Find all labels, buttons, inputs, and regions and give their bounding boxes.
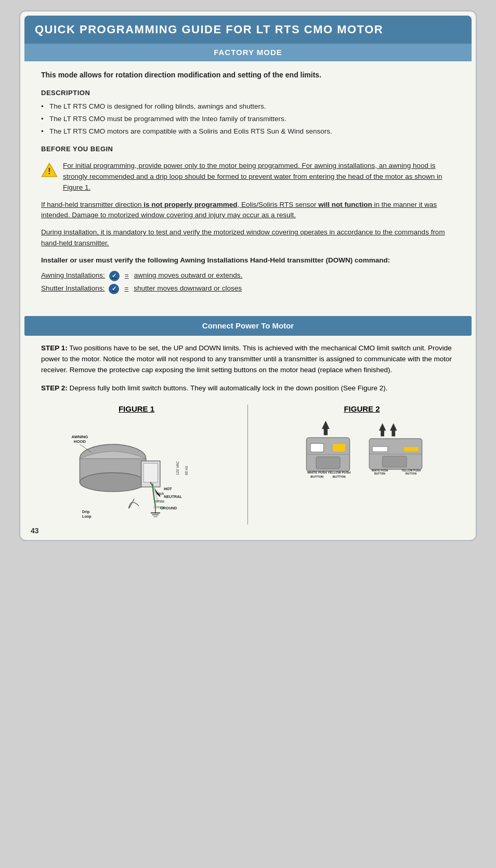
warning-text: For initial programming, provide power o… xyxy=(63,161,455,193)
shutter-label: Shutter Installations: xyxy=(41,283,105,294)
svg-text:YELLOW PUSH: YELLOW PUSH xyxy=(328,471,350,474)
svg-marker-35 xyxy=(379,423,386,436)
awning-eq: = xyxy=(125,270,129,281)
svg-text:WHITE PUSH: WHITE PUSH xyxy=(307,471,327,474)
figures-section: FIGURE 1 AWNING HOOD HOT Black xyxy=(20,404,476,524)
awning-check-icon: ✓ xyxy=(109,271,120,281)
warning-icon: ! xyxy=(41,162,58,178)
svg-rect-27 xyxy=(310,443,324,452)
bullet-item-3: The LT RTS CMO motors are compatible wit… xyxy=(41,126,455,137)
ub1-bold: is not properly programmed xyxy=(143,201,237,208)
figure2-container: FIGURE 2 xyxy=(248,404,460,524)
svg-text:Loop: Loop xyxy=(82,514,92,519)
verify-text: Installer or user must verify the follow… xyxy=(41,256,390,264)
svg-marker-36 xyxy=(390,423,397,436)
figure2-right: WHITE PUSH BUTTON YELLOW PUSH BUTTON xyxy=(367,418,424,481)
ub1-mid: , Eolis/Soliris RTS sensor xyxy=(237,201,318,208)
svg-text:BUTTON: BUTTON xyxy=(406,472,416,475)
svg-text:HOT: HOT xyxy=(164,486,172,491)
main-content: This mode allows for rotation direction … xyxy=(20,61,476,309)
svg-text:AWNING: AWNING xyxy=(72,435,88,439)
description-label: DESCRIPTION xyxy=(41,88,455,98)
figure2-inner: WHITE PUSH BUTTON YELLOW PUSH BUTTON xyxy=(264,418,460,481)
ub2-text: During installation, it is mandatory to … xyxy=(41,228,445,247)
warning-block: ! For initial programming, provide power… xyxy=(41,161,455,193)
before-you-begin-section: BEFORE YOU BEGIN xyxy=(41,144,455,154)
svg-marker-25 xyxy=(322,420,330,435)
svg-rect-38 xyxy=(372,446,388,452)
svg-text:Green: Green xyxy=(153,505,163,508)
figure2-left-svg: WHITE PUSH BUTTON YELLOW PUSH BUTTON xyxy=(299,418,357,481)
shutter-line: Shutter Installations: ✓ = shutter moves… xyxy=(41,283,455,294)
figure1-svg: AWNING HOOD HOT Black NEUTRAL White GROU… xyxy=(36,418,237,522)
step1-label: STEP 1: xyxy=(41,344,68,352)
step2-block: STEP 2: Depress fully both limit switch … xyxy=(20,383,476,394)
verify-block: Installer or user must verify the follow… xyxy=(41,255,455,266)
bullet-item-1: The LT RTS CMO is designed for rolling b… xyxy=(41,101,455,112)
page-title: QUICK PROGRAMMING GUIDE FOR LT RTS CMO M… xyxy=(35,23,461,36)
awning-end: awning moves outward or extends. xyxy=(134,270,243,281)
step1-block: STEP 1: Two positions have to be set, th… xyxy=(20,343,476,376)
svg-text:BUTTON: BUTTON xyxy=(374,472,385,475)
awning-line: Awning Installations: ✓ = awning moves o… xyxy=(41,270,455,281)
svg-text:HOOD: HOOD xyxy=(74,439,86,444)
figure2-left: WHITE PUSH BUTTON YELLOW PUSH BUTTON xyxy=(299,418,357,481)
svg-text:BUTTON: BUTTON xyxy=(310,475,323,478)
ub1-bold2: will not function xyxy=(318,201,372,208)
step1-text: Two positions have to be set, the UP and… xyxy=(41,344,452,374)
awning-label: Awning Installations: xyxy=(41,270,105,281)
page-number: 43 xyxy=(31,527,39,535)
svg-text:120 VAC: 120 VAC xyxy=(176,461,179,475)
figure2-title: FIGURE 2 xyxy=(264,404,460,413)
svg-rect-28 xyxy=(332,443,346,452)
svg-rect-39 xyxy=(403,446,419,452)
title-bar: QUICK PROGRAMMING GUIDE FOR LT RTS CMO M… xyxy=(24,16,472,44)
svg-text:White: White xyxy=(155,499,165,503)
figure1-title: FIGURE 1 xyxy=(36,404,237,413)
underline-block-2: During installation, it is mandatory to … xyxy=(41,227,455,249)
connect-bar: Connect Power To Motor xyxy=(24,316,472,336)
shutter-eq: = xyxy=(124,283,128,294)
svg-rect-41 xyxy=(383,456,407,467)
figure1-container: FIGURE 1 AWNING HOOD HOT Black xyxy=(36,404,248,524)
bullet-list: The LT RTS CMO is designed for rolling b… xyxy=(41,101,455,137)
underline-block-1: If hand-held transmitter direction is no… xyxy=(41,200,455,221)
page-container: QUICK PROGRAMMING GUIDE FOR LT RTS CMO M… xyxy=(19,10,477,541)
factory-mode-label: FACTORY MODE xyxy=(214,48,282,57)
step2-text: Depress fully both limit switch buttons.… xyxy=(68,384,388,392)
svg-rect-30 xyxy=(316,457,340,469)
svg-point-4 xyxy=(80,472,146,491)
before-label: BEFORE YOU BEGIN xyxy=(41,144,455,154)
shutter-check-icon: ✓ xyxy=(109,284,119,294)
bullet-item-2: The LT RTS CMO must be programmed with t… xyxy=(41,114,455,124)
step2-label: STEP 2: xyxy=(41,384,68,392)
factory-mode-header: FACTORY MODE xyxy=(24,44,472,61)
svg-text:NEUTRAL: NEUTRAL xyxy=(164,494,182,498)
svg-text:BUTTON: BUTTON xyxy=(333,475,346,478)
ub1-start: If hand-held transmitter direction xyxy=(41,201,143,208)
shutter-end: shutter moves downward or closes xyxy=(134,283,242,294)
intro-text: This mode allows for rotation direction … xyxy=(41,70,455,81)
figure2-right-svg: WHITE PUSH BUTTON YELLOW PUSH BUTTON xyxy=(367,418,424,481)
svg-text:60 Hz: 60 Hz xyxy=(185,465,188,475)
svg-text:!: ! xyxy=(48,167,50,176)
svg-text:Drip: Drip xyxy=(82,509,90,514)
svg-rect-9 xyxy=(143,463,158,482)
connect-label: Connect Power To Motor xyxy=(202,321,294,330)
